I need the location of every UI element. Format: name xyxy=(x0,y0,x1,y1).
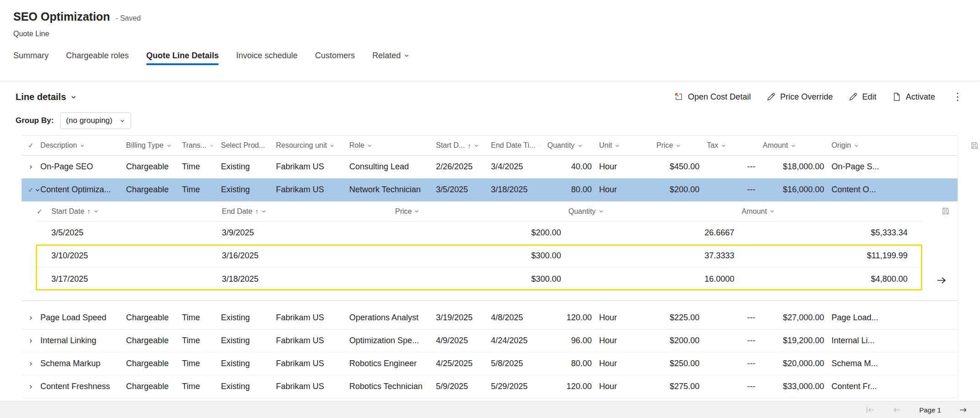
cell-resourcing-unit: Fabrikam US xyxy=(272,359,346,368)
group-by-label: Group By: xyxy=(16,116,54,125)
subgrid-body-highlighted: 3/10/2025 3/16/2025 $300.00 37.3333 $11,… xyxy=(36,245,922,290)
cell-role: Consulting Lead xyxy=(346,162,432,172)
sort-ascending-icon: ↑ xyxy=(468,142,471,150)
expand-row-chevron[interactable]: ✓ xyxy=(22,186,37,194)
column-header-resunit[interactable]: Resourcing unit xyxy=(272,141,346,150)
table-row[interactable]: ✓ On-Page SEO Chargeable Time Existing F… xyxy=(22,156,958,178)
cell-description: On-Page SEO xyxy=(37,162,122,172)
cell-role: Robotics Engineer xyxy=(346,359,432,368)
expand-row-chevron[interactable]: ✓ xyxy=(22,315,37,321)
schedule-row[interactable]: 3/17/2025 3/18/2025 $300.00 16.0000 $4,8… xyxy=(36,268,922,290)
cell-quantity: 80.00 xyxy=(544,359,595,368)
tab-chargeable-roles[interactable]: Chargeable roles xyxy=(66,50,129,67)
expand-row-chevron[interactable]: ✓ xyxy=(22,361,37,367)
chevron-down-icon xyxy=(599,209,604,214)
button-label: Activate xyxy=(906,92,935,102)
grid-header-row: ✓ Description Billing Type Trans... Sele… xyxy=(22,135,958,156)
line-details-dropdown[interactable]: Line details xyxy=(16,92,77,102)
expand-row-chevron[interactable]: ✓ xyxy=(22,384,37,390)
tab-related[interactable]: Related xyxy=(372,50,409,67)
column-header-start[interactable]: Start D... ↑ xyxy=(432,141,487,150)
tab-invoice-schedule[interactable]: Invoice schedule xyxy=(236,50,297,67)
cell-quantity: 40.00 xyxy=(544,162,595,172)
cell-resourcing-unit: Fabrikam US xyxy=(272,162,346,172)
save-grid-settings-icon[interactable] xyxy=(941,207,950,215)
column-header-end[interactable]: End Date ↑ xyxy=(218,207,391,216)
edit-button[interactable]: Edit xyxy=(848,92,876,102)
column-header-amount[interactable]: Amount xyxy=(738,207,911,216)
previous-page-button[interactable] xyxy=(893,407,901,413)
column-header-qty[interactable]: Quantity xyxy=(565,207,738,216)
select-all-checkbox[interactable]: ✓ xyxy=(36,207,48,216)
chevron-right-icon xyxy=(28,315,33,321)
open-cost-detail-button[interactable]: Open Cost Detail xyxy=(674,92,751,102)
column-header-qty[interactable]: Quantity xyxy=(544,141,595,150)
column-header-start[interactable]: Start Date ↑ xyxy=(48,207,218,216)
cell-price: $200.00 xyxy=(653,185,703,195)
column-header-product[interactable]: Select Prod... xyxy=(217,141,272,150)
tab-label: Quote Line Details xyxy=(146,50,219,61)
more-commands-icon[interactable]: ⋮ xyxy=(951,91,964,103)
table-row[interactable]: ✓ Page Load Speed Chargeable Time Existi… xyxy=(22,307,958,329)
select-all-checkbox[interactable]: ✓ xyxy=(22,141,37,150)
column-header-tax[interactable]: Tax xyxy=(703,141,759,150)
save-grid-settings-icon[interactable] xyxy=(970,141,979,150)
column-header-trans[interactable]: Trans... xyxy=(178,141,217,150)
table-row[interactable]: ✓ Internal Linking Chargeable Time Exist… xyxy=(22,329,958,352)
first-page-button[interactable] xyxy=(866,407,875,413)
cell-unit: Hour xyxy=(595,313,653,323)
cell-quantity: 80.00 xyxy=(544,185,595,195)
column-header-price[interactable]: Price xyxy=(653,141,703,150)
chevron-down-icon xyxy=(404,53,409,58)
cell-tax: --- xyxy=(703,382,759,391)
schedule-row[interactable]: 3/5/2025 3/9/2025 $200.00 26.6667 $5,333… xyxy=(36,222,922,245)
column-header-origin[interactable]: Origin xyxy=(828,141,908,150)
column-label: Select Prod... xyxy=(221,141,265,150)
tab-label: Related xyxy=(372,50,401,61)
tab-label: Customers xyxy=(315,50,355,61)
cell-price: $250.00 xyxy=(653,359,703,368)
table-row[interactable]: ✓ Content Freshness Chargeable Time Exis… xyxy=(22,375,958,398)
table-row[interactable]: ✓ Schema Markup Chargeable Time Existing… xyxy=(22,352,958,375)
table-row[interactable]: ✓ Content Optimiza... Chargeable Time Ex… xyxy=(22,178,958,201)
chevron-right-icon xyxy=(28,338,33,344)
column-label: Start Date xyxy=(51,207,84,216)
open-row-arrow-icon[interactable] xyxy=(936,276,947,285)
tab-quote-line-details[interactable]: Quote Line Details xyxy=(146,50,219,67)
schedule-row[interactable]: 3/10/2025 3/16/2025 $300.00 37.3333 $11,… xyxy=(36,245,922,268)
tab-customers[interactable]: Customers xyxy=(315,50,355,67)
tab-summary[interactable]: Summary xyxy=(13,50,49,67)
column-header-unit[interactable]: Unit xyxy=(595,141,653,150)
cell-select-product: Existing xyxy=(217,185,272,195)
cell-price: $300.00 xyxy=(391,274,565,284)
cell-select-product: Existing xyxy=(217,336,272,346)
grid-body-top: ✓ On-Page SEO Chargeable Time Existing F… xyxy=(22,156,958,201)
price-override-button[interactable]: Price Override xyxy=(766,92,833,102)
cell-transaction: Time xyxy=(178,162,217,172)
chevron-down-icon xyxy=(721,143,726,148)
cell-tax: --- xyxy=(703,185,759,195)
column-header-description[interactable]: Description xyxy=(37,141,122,150)
expand-row-chevron[interactable]: ✓ xyxy=(22,338,37,344)
cell-tax: --- xyxy=(703,336,759,346)
column-header-price[interactable]: Price xyxy=(391,207,565,216)
group-by-select[interactable]: (no grouping) xyxy=(60,112,131,129)
next-page-button[interactable] xyxy=(959,407,967,413)
cell-transaction: Time xyxy=(178,185,217,195)
expand-row-chevron[interactable]: ✓ xyxy=(22,164,37,170)
group-by-value: (no grouping) xyxy=(66,116,112,125)
cell-billing-type: Chargeable xyxy=(122,382,178,391)
column-label: Start D... xyxy=(436,141,465,150)
cell-amount: $4,800.00 xyxy=(738,274,911,284)
highlighted-rows-box: 3/10/2025 3/16/2025 $300.00 37.3333 $11,… xyxy=(36,245,922,290)
column-header-end[interactable]: End Date Ti... xyxy=(487,141,544,150)
column-header-billing[interactable]: Billing Type xyxy=(122,141,178,150)
cell-amount: $11,199.99 xyxy=(738,251,911,261)
column-header-amount[interactable]: Amount xyxy=(759,141,828,150)
activate-button[interactable]: Activate xyxy=(892,92,935,102)
cell-amount: $18,000.00 xyxy=(759,162,828,172)
column-header-role[interactable]: Role xyxy=(346,141,432,150)
column-label: Amount xyxy=(763,141,788,150)
cell-origin: Content O... xyxy=(828,185,908,195)
cell-price: $200.00 xyxy=(653,336,703,346)
